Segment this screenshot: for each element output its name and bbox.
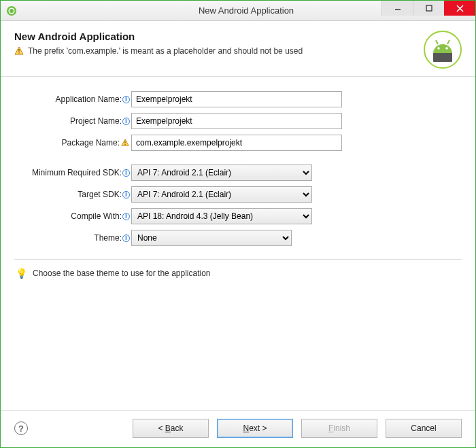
warning-icon [120, 138, 130, 148]
min-sdk-select[interactable]: API 7: Android 2.1 (Eclair) [131, 165, 312, 181]
info-icon: i [122, 213, 130, 220]
svg-point-12 [445, 47, 448, 50]
info-icon: i [122, 191, 130, 199]
application-name-input[interactable] [131, 91, 342, 107]
warning-icon [14, 46, 24, 56]
header-warning: The prefix 'com.example.' is meant as a … [14, 46, 424, 56]
hint-text: Choose the base theme to use for the app… [33, 269, 211, 278]
android-icon [424, 31, 462, 69]
project-name-input[interactable] [131, 113, 342, 129]
svg-rect-17 [124, 141, 125, 143]
svg-point-2 [10, 9, 14, 13]
titlebar: New Android Application [1, 1, 475, 21]
svg-rect-8 [18, 49, 19, 52]
cancel-button[interactable]: Cancel [386, 419, 462, 438]
next-button[interactable]: Next > [217, 419, 293, 438]
svg-line-14 [447, 40, 449, 44]
compile-with-select[interactable]: API 18: Android 4.3 (Jelly Bean) [131, 208, 312, 224]
svg-rect-18 [124, 144, 125, 145]
svg-rect-4 [426, 5, 432, 11]
label-project-name: Project Name:i [14, 116, 131, 126]
label-package-name: Package Name: [14, 138, 131, 148]
label-target-sdk: Target SDK:i [14, 190, 131, 199]
help-button[interactable]: ? [14, 421, 28, 435]
label-min-sdk: Minimum Required SDK:i [14, 168, 131, 177]
page-title: New Android Application [14, 31, 424, 42]
wizard-body: Application Name:i Project Name:i Packag… [1, 77, 475, 410]
divider [14, 259, 462, 260]
svg-line-13 [436, 40, 438, 44]
maximize-button[interactable] [413, 1, 444, 16]
finish-button[interactable]: Finish [301, 419, 377, 438]
theme-select[interactable]: None [131, 230, 292, 246]
label-theme: Theme:i [14, 233, 131, 243]
window-controls [381, 1, 475, 16]
info-icon: i [122, 96, 130, 103]
label-application-name: Application Name:i [14, 94, 131, 104]
svg-rect-15 [433, 53, 452, 62]
info-icon: i [122, 169, 130, 177]
package-name-input[interactable] [131, 135, 342, 151]
svg-point-11 [437, 47, 440, 50]
warning-text: The prefix 'com.example.' is meant as a … [28, 46, 303, 56]
wizard-footer: ? < Back Next > Finish Cancel [1, 410, 475, 447]
back-button[interactable]: < Back [133, 419, 209, 438]
target-sdk-select[interactable]: API 7: Android 2.1 (Eclair) [131, 186, 312, 203]
app-icon [6, 5, 17, 16]
info-icon: i [122, 235, 130, 242]
wizard-header: New Android Application The prefix 'com.… [1, 21, 475, 77]
svg-rect-9 [18, 52, 19, 53]
info-icon: i [122, 118, 130, 125]
hint-row: 💡 Choose the base theme to use for the a… [14, 268, 462, 279]
label-compile-with: Compile With:i [14, 211, 131, 221]
minimize-button[interactable] [381, 1, 413, 16]
lightbulb-icon: 💡 [16, 268, 27, 279]
dialog-new-android-application: New Android Application New Android Appl… [0, 0, 476, 448]
close-button[interactable] [444, 1, 475, 16]
